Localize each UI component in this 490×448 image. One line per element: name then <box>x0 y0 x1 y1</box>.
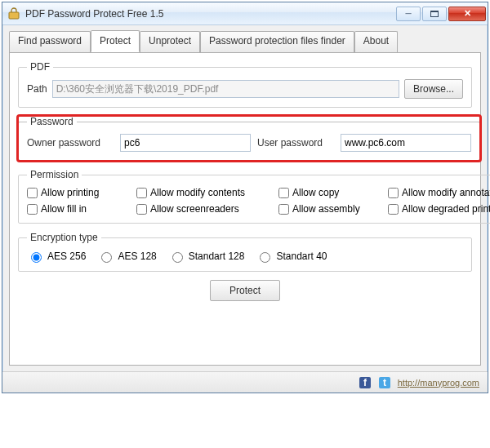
group-pdf: PDF Path Browse... <box>18 61 472 108</box>
check-allow-printing[interactable]: Allow printing <box>27 187 133 198</box>
titlebar: PDF Password Protect Free 1.5 ─ ✕ <box>2 2 488 25</box>
user-password-label: User password <box>257 137 334 149</box>
check-allow-screenreaders[interactable]: Allow screenreaders <box>136 203 275 215</box>
tab-about[interactable]: About <box>354 31 398 53</box>
group-encryption-legend: Encryption type <box>27 232 101 243</box>
facebook-icon[interactable]: f <box>359 376 372 389</box>
group-password: Password Owner password User password <box>18 116 480 161</box>
protect-button[interactable]: Protect <box>210 280 280 301</box>
check-allow-modify-contents[interactable]: Allow modify contents <box>136 187 275 198</box>
minimize-button[interactable]: ─ <box>396 7 421 21</box>
group-permission: Permission Allow printing Allow modify c… <box>18 169 490 224</box>
check-allow-modify-annotations[interactable]: Allow modify annotations <box>388 187 490 198</box>
status-bar: f t http://manyprog.com <box>2 371 488 393</box>
path-label: Path <box>27 83 47 95</box>
group-password-legend: Password <box>27 116 77 127</box>
check-allow-degraded-printing[interactable]: Allow degraded printing <box>388 203 490 215</box>
radio-std40[interactable]: Standart 40 <box>256 250 327 263</box>
path-input[interactable] <box>52 80 399 98</box>
app-window: PDF Password Protect Free 1.5 ─ ✕ Find p… <box>2 2 488 393</box>
svg-text:t: t <box>383 377 386 388</box>
radio-aes128[interactable]: AES 128 <box>97 250 156 263</box>
browse-button[interactable]: Browse... <box>404 79 463 99</box>
group-pdf-legend: PDF <box>27 61 53 73</box>
tab-finder[interactable]: Password protection files finder <box>200 31 354 53</box>
check-allow-copy[interactable]: Allow copy <box>278 187 385 198</box>
tab-protect[interactable]: Protect <box>91 30 140 52</box>
radio-aes256[interactable]: AES 256 <box>27 250 86 263</box>
tab-pane-protect: PDF Path Browse... Password Owner passwo… <box>9 52 481 366</box>
radio-std128[interactable]: Standart 128 <box>168 250 245 263</box>
svg-rect-0 <box>9 12 19 19</box>
close-button[interactable]: ✕ <box>448 7 486 21</box>
check-allow-fill-in[interactable]: Allow fill in <box>27 203 133 215</box>
twitter-icon[interactable]: t <box>378 376 391 389</box>
group-encryption: Encryption type AES 256 AES 128 Standart… <box>18 232 472 272</box>
homepage-link[interactable]: http://manyprog.com <box>398 378 479 388</box>
maximize-button[interactable] <box>422 7 447 21</box>
tab-find-password[interactable]: Find password <box>9 31 91 53</box>
owner-password-label: Owner password <box>27 137 114 149</box>
tab-bar: Find password Protect Unprotect Password… <box>9 30 481 53</box>
window-title: PDF Password Protect Free 1.5 <box>25 8 396 20</box>
window-buttons: ─ ✕ <box>396 7 486 21</box>
app-icon <box>7 7 20 20</box>
check-allow-assembly[interactable]: Allow assembly <box>278 203 385 215</box>
client-area: Find password Protect Unprotect Password… <box>2 25 488 369</box>
group-permission-legend: Permission <box>27 169 82 180</box>
tab-unprotect[interactable]: Unprotect <box>140 31 200 53</box>
user-password-input[interactable] <box>341 134 471 152</box>
owner-password-input[interactable] <box>120 134 251 152</box>
